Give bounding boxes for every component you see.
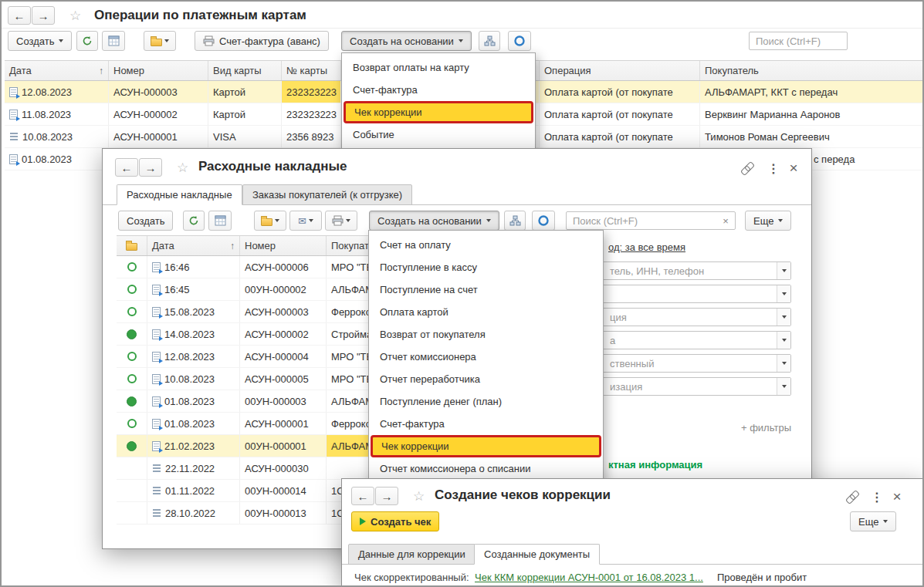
tab-invoices[interactable]: Расходные накладные xyxy=(117,184,242,205)
menu-item-commissioner-report[interactable]: Отчет комиссионера xyxy=(369,346,603,368)
folder-icon xyxy=(261,218,272,226)
menu-item-processor-report[interactable]: Отчет переработчика xyxy=(369,368,603,390)
cell-date: 01.08.2023 xyxy=(147,390,240,412)
favorite-star-icon[interactable]: ☆ xyxy=(177,160,188,176)
list-settings-button[interactable] xyxy=(504,211,526,231)
refresh-button[interactable] xyxy=(183,211,205,231)
document-saved-icon xyxy=(152,508,161,518)
combo-arrow[interactable] xyxy=(777,378,790,395)
create-based-on-button[interactable]: Создать на основании xyxy=(341,31,472,51)
column-header-card-type[interactable]: Вид карты xyxy=(208,61,282,80)
refresh-button[interactable] xyxy=(76,31,98,51)
menu-item-payment-invoice[interactable]: Счет на оплату xyxy=(369,234,603,256)
menu-item-customer-return[interactable]: Возврат от покупателя xyxy=(369,323,603,346)
printer-icon xyxy=(332,215,344,226)
more-button[interactable]: Еще xyxy=(850,511,896,531)
chevron-down-icon xyxy=(486,219,491,222)
get-link-button[interactable] xyxy=(739,160,756,177)
window-menu-button[interactable]: ⋮ xyxy=(765,160,782,177)
chevron-down-icon xyxy=(459,39,463,42)
column-header-date[interactable]: Дата↑ xyxy=(147,236,240,255)
create-button-label: Создать xyxy=(127,215,164,227)
cell-card-no-focused[interactable]: 232323223 xyxy=(282,81,341,103)
close-button[interactable]: × xyxy=(785,160,802,177)
create-based-on-button[interactable]: Создать на основании xyxy=(369,211,499,231)
placeholder-fragment: а xyxy=(610,335,615,346)
column-header-group[interactable] xyxy=(117,236,147,255)
status-open-icon xyxy=(127,352,137,361)
column-header-number[interactable]: Номер xyxy=(109,61,208,80)
tab-correction-data[interactable]: Данные для коррекции xyxy=(348,544,476,565)
menu-item-correction-check[interactable]: Чек коррекции xyxy=(371,435,601,457)
combo-arrow[interactable] xyxy=(777,355,790,372)
back-button[interactable]: ← xyxy=(8,6,31,25)
set-period-button[interactable] xyxy=(208,211,232,231)
set-period-button[interactable] xyxy=(102,31,125,51)
create-button[interactable]: Создать xyxy=(118,211,173,231)
combo-arrow[interactable] xyxy=(777,262,790,279)
cell-operation: Оплата картой (от покупате xyxy=(540,126,700,147)
invoice-advance-button[interactable]: Счет-фактура (аванс) xyxy=(195,31,329,51)
menu-item-correction-check[interactable]: Чек коррекции xyxy=(344,101,533,123)
send-mail-button[interactable]: ✉ xyxy=(289,211,322,231)
window-menu-button[interactable]: ⋮ xyxy=(868,488,885,505)
search-input[interactable] xyxy=(749,32,848,50)
forward-button[interactable]: → xyxy=(139,158,162,177)
cell-number: 00УН-000013 xyxy=(240,502,327,524)
menu-item-invoice[interactable]: Счет-фактура xyxy=(369,413,603,435)
period-link[interactable]: од: за все время xyxy=(608,241,685,253)
search-clear-button[interactable]: × xyxy=(717,212,734,229)
forward-button[interactable]: → xyxy=(375,487,398,505)
more-button[interactable]: Еще xyxy=(745,211,791,231)
status-open-icon xyxy=(127,419,137,428)
status-posted-icon xyxy=(127,396,137,407)
create-button[interactable]: Создать xyxy=(8,31,72,51)
discussions-button[interactable] xyxy=(532,211,555,231)
created-check-link[interactable]: Чек ККМ коррекции АСУН-0001 от 16.08.202… xyxy=(475,572,703,583)
back-button[interactable]: ← xyxy=(115,158,138,177)
print-menu-button[interactable] xyxy=(325,211,357,231)
menu-item-money-receipt-plan[interactable]: Поступление денег (план) xyxy=(369,390,603,413)
column-header-card-no[interactable]: № карты xyxy=(282,61,341,80)
get-link-button[interactable] xyxy=(844,488,861,505)
cell-status xyxy=(117,256,147,278)
menu-item-return-payment[interactable]: Возврат оплаты на карту xyxy=(342,56,535,79)
document-icon xyxy=(152,441,161,451)
tab-created-documents[interactable]: Созданные документы xyxy=(474,544,600,565)
combo-arrow[interactable] xyxy=(777,285,790,302)
discussions-button[interactable] xyxy=(508,31,531,51)
menu-item-event[interactable]: Событие xyxy=(342,123,535,146)
discussion-icon xyxy=(537,214,550,227)
chevron-down-icon xyxy=(782,292,787,295)
document-icon xyxy=(152,352,161,362)
status-posted-icon xyxy=(127,441,137,451)
group-menu-button[interactable] xyxy=(144,31,176,51)
combo-arrow[interactable] xyxy=(777,332,790,349)
back-button[interactable]: ← xyxy=(351,487,374,505)
cell-date: 28.10.2022 xyxy=(147,502,240,524)
column-header-operation[interactable]: Операция xyxy=(540,61,700,80)
chevron-down-icon xyxy=(309,219,313,222)
contact-info-section-header: ктная информация xyxy=(608,459,702,471)
placeholder-fragment: тель, ИНН, телефон xyxy=(610,265,704,277)
column-header-number[interactable]: Номер xyxy=(240,236,327,255)
list-settings-button[interactable] xyxy=(479,31,500,51)
column-header-buyer[interactable]: Покупатель xyxy=(700,61,922,80)
search-input[interactable] xyxy=(566,211,736,230)
group-menu-button[interactable] xyxy=(254,211,286,231)
menu-item-invoice[interactable]: Счет-фактура xyxy=(342,79,535,101)
menu-item-card-payment[interactable]: Оплата картой xyxy=(369,301,603,323)
close-button[interactable]: × xyxy=(888,488,905,505)
menu-item-commissioner-writeoff-report[interactable]: Отчет комиссионера о списании xyxy=(369,457,603,480)
menu-item-account-receipt[interactable]: Поступление на счет xyxy=(369,278,603,301)
column-header-date[interactable]: Дата↑ xyxy=(5,61,109,80)
create-check-button[interactable]: Создать чек xyxy=(351,511,439,531)
cell-date: 01.11.2022 xyxy=(147,480,240,501)
page-title: Операции по платежным картам xyxy=(94,8,306,23)
tab-customer-orders[interactable]: Заказы покупателей (к отгрузке) xyxy=(242,184,412,205)
combo-arrow[interactable] xyxy=(777,309,790,326)
menu-item-cash-receipt[interactable]: Поступление в кассу xyxy=(369,256,603,278)
favorite-star-icon[interactable]: ☆ xyxy=(413,488,425,504)
favorite-star-icon[interactable]: ☆ xyxy=(69,8,81,24)
forward-button[interactable]: → xyxy=(32,6,55,25)
